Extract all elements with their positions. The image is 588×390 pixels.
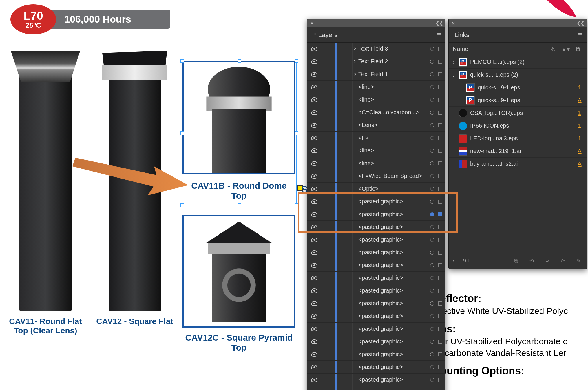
- target-icon[interactable]: [430, 327, 434, 331]
- link-row[interactable]: IP66 ICON.eps1: [449, 119, 587, 132]
- target-icon[interactable]: [430, 263, 434, 267]
- page-column-icon[interactable]: 🗎: [574, 46, 582, 53]
- layer-row[interactable]: <line>: [307, 81, 445, 93]
- visibility-toggle[interactable]: [307, 361, 321, 373]
- target-icon[interactable]: [430, 187, 434, 191]
- target-icon[interactable]: [430, 123, 434, 127]
- visibility-toggle[interactable]: [307, 297, 321, 310]
- selection-indicator[interactable]: [438, 72, 442, 76]
- layer-row[interactable]: <pasted graphic>: [307, 361, 445, 374]
- lock-toggle[interactable]: [321, 195, 330, 208]
- panel-menu-icon[interactable]: ≡: [574, 27, 587, 42]
- visibility-toggle[interactable]: [307, 348, 321, 360]
- visibility-toggle[interactable]: [307, 310, 321, 322]
- layer-row[interactable]: <pasted graphic>: [307, 272, 445, 284]
- target-icon[interactable]: [430, 60, 434, 64]
- close-icon[interactable]: ×: [310, 21, 314, 25]
- target-icon[interactable]: [430, 111, 434, 115]
- target-icon[interactable]: [430, 98, 434, 102]
- target-icon[interactable]: [430, 161, 434, 165]
- tab-links[interactable]: Links: [449, 27, 475, 42]
- lock-toggle[interactable]: [321, 68, 330, 80]
- selection-indicator[interactable]: [438, 187, 442, 191]
- visibility-toggle[interactable]: [307, 284, 321, 297]
- target-icon[interactable]: [430, 200, 434, 204]
- lock-toggle[interactable]: [321, 323, 330, 335]
- selection-indicator[interactable]: [438, 85, 442, 89]
- layer-row[interactable]: <pasted graphic>: [307, 221, 445, 233]
- layer-row[interactable]: <pasted graphic>: [307, 208, 445, 221]
- layer-row[interactable]: <pasted graphic>: [307, 284, 445, 297]
- selection-indicator[interactable]: [438, 136, 442, 140]
- layer-row[interactable]: <pasted graphic>: [307, 297, 445, 310]
- target-icon[interactable]: [430, 365, 434, 369]
- selection-indicator[interactable]: [438, 200, 442, 204]
- lock-toggle[interactable]: [321, 208, 330, 220]
- links-panel-titlebar[interactable]: × ❮❮: [449, 19, 587, 27]
- target-icon[interactable]: [430, 225, 434, 229]
- visibility-toggle[interactable]: [307, 55, 321, 68]
- links-header-row[interactable]: Name ⚠ ▲▾ 🗎: [449, 43, 587, 56]
- lock-toggle[interactable]: [321, 361, 330, 373]
- layer-row[interactable]: <line>: [307, 144, 445, 157]
- selection-indicator[interactable]: [438, 301, 442, 306]
- update-link-icon[interactable]: ⤻: [543, 257, 551, 264]
- visibility-toggle[interactable]: [307, 132, 321, 144]
- target-icon[interactable]: [430, 149, 434, 153]
- visibility-toggle[interactable]: [307, 43, 321, 55]
- tab-layers[interactable]: ⣿ Layers: [307, 27, 343, 42]
- target-icon[interactable]: [430, 378, 434, 382]
- lock-toggle[interactable]: [321, 335, 330, 348]
- layer-row[interactable]: ><group>: [307, 386, 445, 390]
- visibility-toggle[interactable]: [307, 68, 321, 80]
- visibility-toggle[interactable]: [307, 259, 321, 271]
- layer-row[interactable]: <pasted graphic>: [307, 374, 445, 386]
- target-icon[interactable]: [430, 289, 434, 293]
- selection-indicator[interactable]: [438, 276, 442, 280]
- selection-indicator[interactable]: [438, 47, 442, 51]
- close-icon[interactable]: ×: [451, 21, 456, 25]
- visibility-toggle[interactable]: [307, 246, 321, 259]
- layer-row[interactable]: <pasted graphic>: [307, 323, 445, 335]
- visibility-toggle[interactable]: [307, 386, 321, 390]
- layer-row[interactable]: <F=Wide Beam Spread>: [307, 170, 445, 183]
- layers-panel-titlebar[interactable]: × ❮❮: [307, 19, 445, 27]
- selection-indicator[interactable]: [438, 238, 442, 242]
- selection-handle-bl[interactable]: [180, 203, 184, 207]
- layers-panel[interactable]: × ❮❮ ⣿ Layers ≡ >Text Field 3>Text Field…: [307, 19, 445, 390]
- visibility-toggle[interactable]: [307, 170, 321, 182]
- target-icon[interactable]: [430, 314, 434, 318]
- selection-indicator[interactable]: [438, 314, 442, 318]
- target-icon[interactable]: [430, 352, 434, 356]
- visibility-toggle[interactable]: [307, 335, 321, 348]
- selection-indicator[interactable]: [438, 212, 442, 216]
- target-icon[interactable]: [430, 136, 434, 140]
- lock-toggle[interactable]: [321, 233, 330, 246]
- visibility-toggle[interactable]: [307, 119, 321, 131]
- chevron-icon[interactable]: ⌄: [449, 71, 459, 78]
- selection-indicator[interactable]: [438, 378, 442, 382]
- target-icon[interactable]: [430, 276, 434, 280]
- lock-toggle[interactable]: [321, 221, 330, 233]
- layer-row[interactable]: >Text Field 2: [307, 55, 445, 68]
- lock-toggle[interactable]: [321, 374, 330, 386]
- sort-icon[interactable]: ▲▾: [561, 46, 570, 53]
- refresh-icon[interactable]: ⟳: [559, 257, 567, 264]
- panel-menu-icon[interactable]: ≡: [433, 27, 445, 42]
- chevron-right-icon[interactable]: >: [353, 46, 358, 51]
- selection-handle-br[interactable]: [295, 203, 298, 207]
- lock-toggle[interactable]: [321, 119, 330, 131]
- edit-original-icon[interactable]: ✎: [574, 257, 582, 264]
- visibility-toggle[interactable]: [307, 106, 321, 119]
- link-row[interactable]: buy-ame...aths2.aiA: [449, 158, 587, 170]
- selection-indicator[interactable]: [438, 60, 442, 64]
- lock-toggle[interactable]: [321, 81, 330, 93]
- visibility-toggle[interactable]: [307, 183, 321, 195]
- lock-toggle[interactable]: [321, 170, 330, 182]
- layers-list[interactable]: >Text Field 3>Text Field 2>Text Field 1<…: [307, 43, 445, 390]
- selection-indicator[interactable]: [438, 340, 442, 344]
- collapse-icon[interactable]: ❮❮: [435, 20, 443, 26]
- visibility-toggle[interactable]: [307, 374, 321, 386]
- layer-row[interactable]: <line>: [307, 157, 445, 170]
- chevron-right-icon[interactable]: >: [353, 72, 358, 77]
